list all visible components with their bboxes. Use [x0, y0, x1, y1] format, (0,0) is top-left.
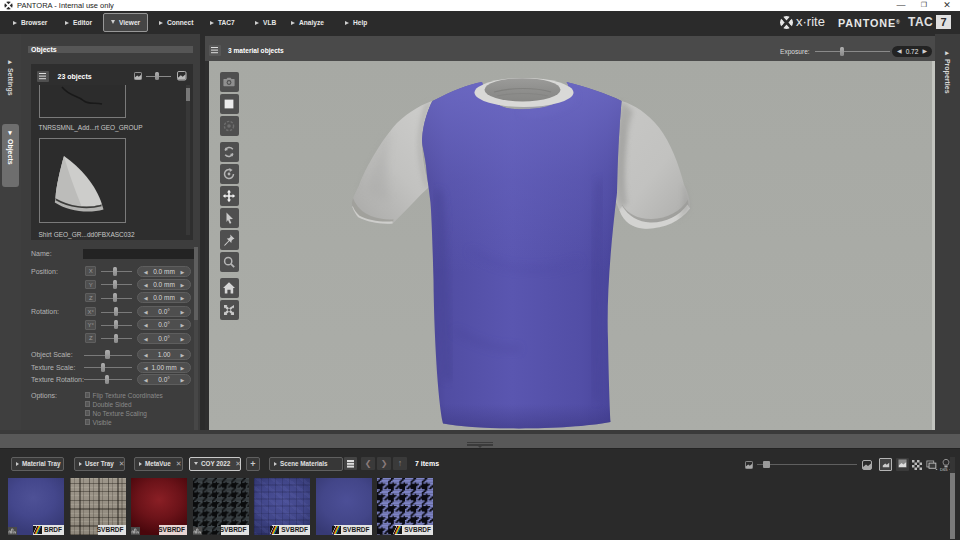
- svg-text:D65: D65: [940, 466, 948, 471]
